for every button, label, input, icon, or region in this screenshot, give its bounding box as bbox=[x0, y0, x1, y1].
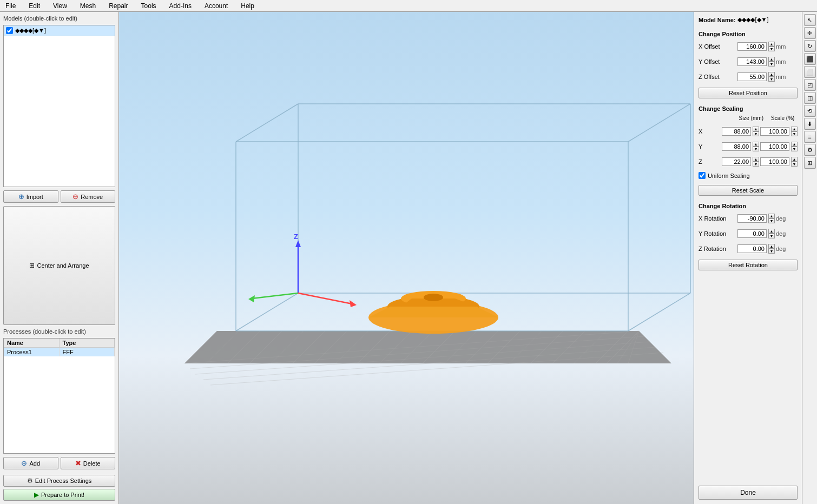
z-rot-row: Z Rotation ▲ ▼ deg bbox=[699, 244, 798, 254]
y-offset-input[interactable] bbox=[737, 57, 767, 66]
menu-mesh[interactable]: Mesh bbox=[77, 1, 99, 11]
prepare-to-print-button[interactable]: ▶ Prepare to Print! bbox=[3, 489, 115, 501]
menu-repair[interactable]: Repair bbox=[106, 1, 131, 11]
cube-wire-tool[interactable]: ⬜ bbox=[804, 66, 816, 78]
y-scale-input[interactable] bbox=[760, 142, 789, 151]
x-rot-down[interactable]: ▼ bbox=[768, 218, 775, 223]
models-label: Models (double-click to edit) bbox=[3, 15, 115, 22]
reset-view-tool[interactable]: ⟲ bbox=[804, 105, 816, 117]
z-scale-input[interactable] bbox=[760, 157, 789, 166]
z-offset-down[interactable]: ▼ bbox=[768, 77, 775, 82]
z-scale-row: Z ▲ ▼ ▲ ▼ bbox=[699, 157, 798, 167]
reset-position-button[interactable]: Reset Position bbox=[699, 88, 798, 98]
x-size-down[interactable]: ▼ bbox=[753, 131, 759, 136]
y-rot-input[interactable] bbox=[737, 229, 767, 238]
y-scale-up[interactable]: ▲ bbox=[791, 142, 798, 147]
z-size-up[interactable]: ▲ bbox=[753, 157, 759, 162]
z-scale-up[interactable]: ▲ bbox=[791, 157, 798, 162]
menu-file[interactable]: File bbox=[2, 1, 19, 11]
y-rot-up[interactable]: ▲ bbox=[768, 229, 775, 234]
import-button[interactable]: ⊕ Import bbox=[3, 190, 58, 203]
x-offset-down[interactable]: ▼ bbox=[768, 47, 775, 51]
y-scale-spinners: ▲ ▼ bbox=[791, 142, 798, 151]
z-size-input[interactable] bbox=[722, 157, 751, 166]
x-scale-spinners: ▲ ▼ bbox=[791, 127, 798, 136]
x-offset-input[interactable] bbox=[737, 42, 767, 51]
y-rot-row: Y Rotation ▲ ▼ deg bbox=[699, 229, 798, 238]
main-layout: Models (double-click to edit) ◆◆◆◆[◆▼] ⊕… bbox=[0, 12, 817, 504]
done-button[interactable]: Done bbox=[699, 486, 798, 500]
viewport[interactable]: Z bbox=[119, 12, 694, 504]
cube-corner-tool[interactable]: ◰ bbox=[804, 79, 816, 91]
x-rot-up[interactable]: ▲ bbox=[768, 214, 775, 218]
model-name-label: Model Name: bbox=[699, 17, 735, 23]
y-rot-down[interactable]: ▼ bbox=[768, 234, 775, 238]
scale-col-header: Scale (%) bbox=[768, 115, 798, 121]
y-scale-label: Y bbox=[699, 143, 721, 150]
x-size-input[interactable] bbox=[722, 127, 751, 136]
reset-scale-button[interactable]: Reset Scale bbox=[699, 185, 798, 196]
z-offset-input[interactable] bbox=[737, 72, 767, 81]
y-scale-down[interactable]: ▼ bbox=[791, 147, 798, 151]
z-offset-up[interactable]: ▲ bbox=[768, 72, 775, 77]
y-offset-down[interactable]: ▼ bbox=[768, 62, 775, 67]
menu-edit[interactable]: Edit bbox=[25, 1, 43, 11]
rotate-view-tool[interactable]: ↻ bbox=[804, 40, 816, 52]
x-rot-unit: deg bbox=[776, 215, 786, 222]
y-rot-spinners: ▲ ▼ bbox=[768, 229, 775, 238]
center-arrange-button[interactable]: ⊞ Center and Arrange bbox=[3, 206, 115, 325]
add-process-button[interactable]: ⊕ Add bbox=[3, 457, 58, 469]
svg-line-34 bbox=[628, 104, 690, 142]
y-size-down[interactable]: ▼ bbox=[753, 147, 759, 151]
model-checkbox[interactable] bbox=[6, 27, 13, 34]
col-name: Name bbox=[4, 339, 60, 347]
col-type: Type bbox=[60, 339, 115, 347]
model-list-item[interactable]: ◆◆◆◆[◆▼] bbox=[4, 25, 115, 36]
menu-view[interactable]: View bbox=[50, 1, 70, 11]
y-offset-label: Y Offset bbox=[699, 58, 736, 65]
x-offset-up[interactable]: ▲ bbox=[768, 42, 775, 47]
process-header: Name Type bbox=[4, 339, 115, 348]
process-row[interactable]: Process1 FFF bbox=[4, 348, 115, 356]
x-scale-input[interactable] bbox=[760, 127, 789, 136]
x-scale-up[interactable]: ▲ bbox=[791, 127, 798, 131]
layers-tool[interactable]: ≡ bbox=[804, 131, 816, 143]
svg-marker-48 bbox=[295, 240, 301, 247]
y-size-input[interactable] bbox=[722, 142, 751, 151]
x-size-up[interactable]: ▲ bbox=[753, 127, 759, 131]
z-rot-input[interactable] bbox=[737, 244, 767, 253]
menu-addins[interactable]: Add-Ins bbox=[166, 1, 195, 11]
model-name-row: Model Name: ◆◆◆◆[◆▼] bbox=[699, 16, 798, 23]
svg-line-37 bbox=[628, 293, 690, 331]
uniform-scaling-checkbox[interactable] bbox=[699, 172, 706, 179]
x-scale-down[interactable]: ▼ bbox=[791, 131, 798, 136]
z-rot-down[interactable]: ▼ bbox=[768, 249, 775, 254]
z-size-down[interactable]: ▼ bbox=[753, 162, 759, 167]
z-rot-up[interactable]: ▲ bbox=[768, 244, 775, 249]
edit-process-settings-button[interactable]: ⚙ Edit Process Settings bbox=[3, 475, 115, 487]
z-offset-row: Z Offset ▲ ▼ mm bbox=[699, 72, 798, 82]
y-offset-up[interactable]: ▲ bbox=[768, 57, 775, 62]
right-panel: Model Name: ◆◆◆◆[◆▼] Change Position X O… bbox=[694, 12, 802, 504]
menu-help[interactable]: Help bbox=[238, 1, 258, 11]
cube-solid-tool[interactable]: ⬛ bbox=[804, 53, 816, 65]
settings-tool[interactable]: ⚙ bbox=[804, 144, 816, 156]
x-rot-input[interactable] bbox=[737, 214, 767, 223]
svg-marker-43 bbox=[368, 307, 498, 317]
svg-marker-0 bbox=[185, 331, 671, 363]
menu-tools[interactable]: Tools bbox=[138, 1, 160, 11]
x-offset-spinners: ▲ ▼ bbox=[768, 42, 775, 51]
cursor-tool[interactable]: ↖ bbox=[804, 14, 816, 26]
svg-line-49 bbox=[298, 293, 352, 304]
arrow-down-tool[interactable]: ⬇ bbox=[804, 118, 816, 130]
y-size-up[interactable]: ▲ bbox=[753, 142, 759, 147]
y-offset-spinners: ▲ ▼ bbox=[768, 57, 775, 67]
delete-process-button[interactable]: ✖ Delete bbox=[61, 457, 116, 469]
cube-face-tool[interactable]: ◫ bbox=[804, 92, 816, 104]
move-tool[interactable]: ✛ bbox=[804, 27, 816, 39]
reset-rotation-button[interactable]: Reset Rotation bbox=[699, 260, 798, 270]
remove-button[interactable]: ⊖ Remove bbox=[61, 190, 116, 203]
z-scale-down[interactable]: ▼ bbox=[791, 162, 798, 167]
menu-account[interactable]: Account bbox=[201, 1, 231, 11]
stack-tool[interactable]: ⊞ bbox=[804, 157, 816, 169]
